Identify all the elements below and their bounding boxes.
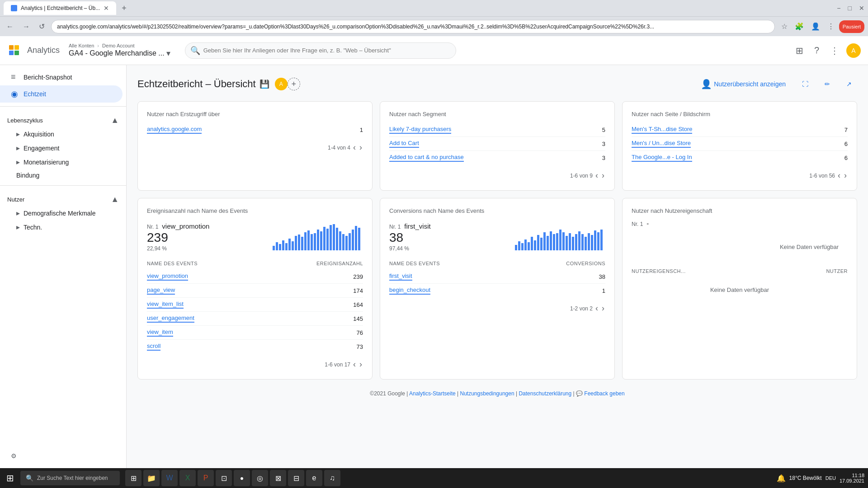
taskbar-app7-btn[interactable]: ◎	[252, 470, 268, 486]
table-cell-link[interactable]: analytics.google.com	[147, 126, 202, 134]
footer-privacy[interactable]: Datenschutzerklärung	[519, 390, 571, 397]
conversions-next-btn[interactable]: ›	[601, 303, 605, 314]
taskbar-search[interactable]: 🔍 Zur Suche Text hier eingeben	[20, 471, 120, 485]
taskbar-ppt-btn[interactable]: P	[198, 470, 214, 486]
taskbar-app9-btn[interactable]: ⊟	[288, 470, 304, 486]
taskbar-app5-btn[interactable]: ⊡	[216, 470, 232, 486]
table-cell-link[interactable]: Added to cart & no purchase	[389, 154, 464, 162]
sidebar-child-demografische[interactable]: ▸ Demografische Merkmale	[0, 206, 123, 220]
taskbar-music-btn[interactable]: ♫	[324, 470, 340, 486]
sidebar-group-nutzer[interactable]: Nutzer ▲	[0, 189, 126, 206]
back-btn[interactable]: ←	[4, 20, 16, 33]
fullscreen-btn[interactable]: ⛶	[797, 78, 814, 90]
address-bar[interactable]: analytics.google.com/analytics/web/#/p21…	[51, 20, 775, 33]
conversions-nr1-section: Nr. 1 first_visit 38 97,44 %	[389, 222, 431, 252]
breadcrumb-all[interactable]: Alle Konten	[69, 43, 94, 48]
pageviews-next-btn[interactable]: ›	[843, 170, 848, 181]
sidebar-item-echtzeit[interactable]: ◉ Echtzeit	[0, 85, 123, 103]
close-btn[interactable]: ✕	[859, 5, 864, 12]
sidebar-child-techn[interactable]: ▸ Techn.	[0, 220, 123, 234]
conversions-prev-btn[interactable]: ‹	[594, 303, 599, 314]
traffic-next-btn[interactable]: ›	[359, 142, 363, 153]
svg-rect-25	[339, 231, 341, 250]
taskbar-word-btn[interactable]: W	[161, 470, 178, 486]
sidebar-child-monetarisierung[interactable]: ▸ Monetarisierung	[0, 155, 123, 169]
taskbar-file-explorer-btn[interactable]: 📁	[143, 470, 160, 486]
svg-rect-40	[540, 238, 542, 250]
edit-btn[interactable]: ✏	[819, 78, 835, 90]
help-btn[interactable]: ?	[811, 42, 823, 59]
forward-btn[interactable]: →	[20, 20, 33, 33]
table-cell-link[interactable]: begin_checkout	[389, 286, 430, 295]
property-name[interactable]: GA4 - Google Merchandise ... ▾	[69, 48, 170, 58]
traffic-prev-btn[interactable]: ‹	[352, 142, 357, 153]
table-cell-link[interactable]: first_visit	[389, 272, 412, 281]
taskbar-chrome-btn[interactable]: ●	[234, 470, 250, 486]
save-report-icon[interactable]: 💾	[259, 79, 269, 89]
table-cell-link[interactable]: user_engagement	[147, 314, 194, 323]
table-row: scroll 73	[147, 340, 363, 353]
table-cell-num: 5	[602, 127, 605, 133]
footer-terms[interactable]: Nutzungsbedingungen	[460, 390, 514, 397]
footer-feedback[interactable]: Feedback geben	[584, 390, 624, 397]
reload-btn[interactable]: ↺	[36, 19, 47, 33]
maximize-btn[interactable]: □	[848, 5, 852, 12]
browser-tab[interactable]: Analytics | Echtzeitbericht – Üb... ✕	[4, 1, 116, 15]
share-btn[interactable]: ↗	[841, 78, 857, 90]
taskbar-edge-btn[interactable]: e	[306, 470, 322, 486]
more-btn[interactable]: ⋮	[826, 42, 843, 60]
taskbar-task-view-btn[interactable]: ⊞	[125, 470, 142, 486]
taskbar-app8-btn[interactable]: ⊠	[270, 470, 286, 486]
table-cell-link[interactable]: Add to Cart	[389, 140, 419, 148]
conversions-col1-header: NAME DES EVENTS	[389, 261, 440, 266]
pause-btn[interactable]: Pausiert	[839, 20, 864, 33]
table-cell-link[interactable]: view_promotion	[147, 272, 188, 281]
user-avatar[interactable]: A	[846, 43, 861, 58]
svg-rect-12	[298, 235, 300, 250]
events-prev-btn[interactable]: ‹	[352, 359, 357, 370]
new-tab-btn[interactable]: +	[120, 2, 128, 15]
conversions-card-title: Conversions nach Name des Events	[389, 207, 605, 214]
extensions-btn[interactable]: 🧩	[792, 19, 807, 33]
svg-rect-49	[569, 233, 571, 250]
table-cell-link[interactable]: view_item_list	[147, 300, 184, 309]
minimize-btn[interactable]: −	[837, 5, 840, 12]
events-next-btn[interactable]: ›	[359, 359, 363, 370]
table-cell-link[interactable]: Men's / Un...dise Store	[632, 140, 691, 148]
table-cell-link[interactable]: Likely 7-day purchasers	[389, 126, 451, 134]
table-cell-link[interactable]: page_view	[147, 286, 175, 295]
search-input[interactable]	[185, 42, 456, 59]
sidebar-settings-btn[interactable]: ⚙	[0, 449, 126, 463]
menu-btn[interactable]: ⋮	[825, 19, 837, 33]
events-chart	[273, 223, 363, 252]
taskbar-start-btn[interactable]: ⊞	[4, 470, 17, 486]
svg-rect-58	[597, 232, 599, 250]
table-cell-link[interactable]: Men's T-Sh...dise Store	[632, 126, 692, 134]
svg-rect-32	[515, 245, 517, 250]
sidebar-child-engagement[interactable]: ▸ Engagement	[0, 141, 123, 155]
taskbar-notify-icon[interactable]: 🔔	[777, 474, 786, 483]
bookmark-btn[interactable]: ☆	[778, 19, 790, 33]
purchaser-prev-btn[interactable]: ‹	[594, 170, 599, 181]
profile-icon-btn[interactable]: 👤	[808, 19, 823, 33]
breadcrumb-account[interactable]: Demo Account	[102, 43, 135, 48]
taskbar-excel-btn[interactable]: X	[179, 470, 196, 486]
taskbar-search-icon: 🔍	[26, 474, 33, 482]
sidebar-item-bericht-snapshot[interactable]: ≡ Bericht-Snapshot	[0, 69, 123, 85]
sidebar-group-lebenszyklus[interactable]: Lebenszyklus ▲	[0, 110, 126, 127]
footer-analytics-home[interactable]: Analytics-Startseite	[409, 390, 456, 397]
add-comparison-btn[interactable]: +	[288, 78, 300, 90]
apps-btn[interactable]: ⊞	[792, 42, 807, 60]
sidebar-child-bindung[interactable]: Bindung	[0, 169, 123, 182]
page-title-avatar[interactable]: A	[275, 78, 288, 90]
sidebar-child-akquisition[interactable]: ▸ Akquisition	[0, 127, 123, 141]
user-view-btn[interactable]: 👤 Nutzerübersicht anzeigen	[695, 76, 791, 92]
tab-close-btn[interactable]: ✕	[104, 5, 109, 12]
table-cell-link[interactable]: view_item	[147, 328, 173, 337]
table-cell-link[interactable]: scroll	[147, 343, 160, 351]
table-cell-link[interactable]: The Google...e - Log In	[632, 154, 692, 162]
svg-rect-56	[591, 235, 593, 250]
purchaser-next-btn[interactable]: ›	[601, 170, 605, 181]
pageviews-prev-btn[interactable]: ‹	[837, 170, 841, 181]
conversions-nr1-pct: 97,44 %	[389, 245, 431, 252]
